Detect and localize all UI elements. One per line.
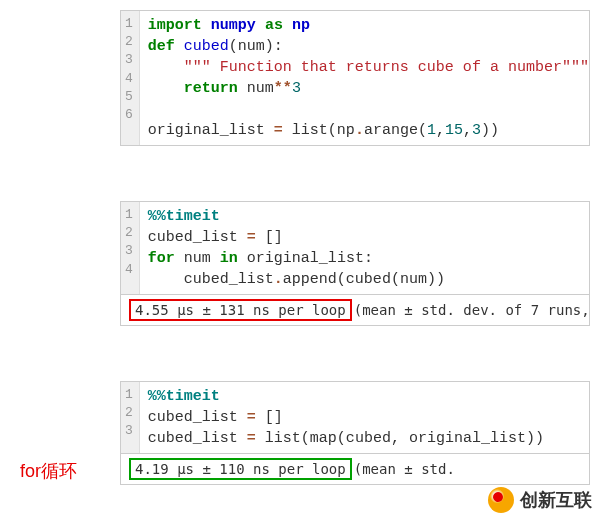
line-number: 4	[125, 70, 133, 88]
code-block-for: 1 2 3 4 %%timeit cubed_list = [] for num…	[120, 201, 590, 295]
kw-def: def	[148, 38, 175, 55]
num-3b: 3	[472, 122, 481, 139]
magic-timeit: %%timeit	[148, 388, 220, 405]
var-cubedlist: cubed_list	[148, 229, 247, 246]
timing-rest-for: (mean ± std. dev. of 7 runs,	[354, 302, 590, 318]
gutter: 1 2 3	[121, 382, 140, 453]
var-num: num	[238, 80, 274, 97]
code-block-map: 1 2 3 %%timeit cubed_list = [] cubed_lis…	[120, 381, 590, 454]
num-3: 3	[292, 80, 301, 97]
op-dot: .	[355, 122, 364, 139]
code-block-setup: 1 2 3 4 5 6 import numpy as np def cubed…	[120, 10, 590, 146]
line-number: 1	[125, 386, 133, 404]
timing-rest-map: (mean ± std.	[354, 461, 455, 477]
kw-for: for	[148, 250, 175, 267]
watermark-text: 创新互联	[520, 488, 592, 495]
line-number: 2	[125, 33, 133, 51]
fn-cubed: cubed	[184, 38, 229, 55]
num-1: 1	[427, 122, 436, 139]
var-original-list: original_list	[148, 122, 274, 139]
magic-timeit: %%timeit	[148, 208, 220, 225]
alias-np: np	[292, 17, 310, 34]
var-cubedlist: cubed_list	[148, 409, 247, 426]
code-content: %%timeit cubed_list = [] cubed_list = li…	[140, 382, 552, 453]
line-number: 4	[125, 261, 133, 279]
op-power: **	[274, 80, 292, 97]
timing-result-for: 4.55 µs ± 131 ns per loop (mean ± std. d…	[120, 295, 590, 326]
watermark-icon	[488, 487, 514, 495]
line-number: 1	[125, 206, 133, 224]
line-number: 2	[125, 224, 133, 242]
label-for-loop: for循环	[20, 459, 77, 483]
fn-arange: arange(	[364, 122, 427, 139]
kw-import: import	[148, 17, 202, 34]
line-number: 6	[125, 106, 133, 124]
num-15: 15	[445, 122, 463, 139]
line-number: 5	[125, 88, 133, 106]
line-number: 2	[125, 404, 133, 422]
params: (num):	[229, 38, 283, 55]
kw-in: in	[220, 250, 238, 267]
watermark: 创新互联	[488, 487, 592, 495]
timing-boxed-for: 4.55 µs ± 131 ns per loop	[129, 299, 352, 321]
line-number: 3	[125, 242, 133, 260]
gutter: 1 2 3 4 5 6	[121, 11, 140, 145]
op-eq: =	[274, 122, 283, 139]
module-numpy: numpy	[211, 17, 256, 34]
kw-as: as	[265, 17, 283, 34]
line-number: 3	[125, 422, 133, 440]
gutter: 1 2 3 4	[121, 202, 140, 294]
expr-list-np: list(np	[283, 122, 355, 139]
line-number: 3	[125, 51, 133, 69]
code-content: import numpy as np def cubed(num): """ F…	[140, 11, 589, 145]
timing-result-map: 4.19 µs ± 110 ns per loop (mean ± std.	[120, 454, 590, 485]
docstring: """ Function that returns cube of a numb…	[184, 59, 589, 76]
line-number: 1	[125, 15, 133, 33]
kw-return: return	[184, 80, 238, 97]
timing-boxed-map: 4.19 µs ± 110 ns per loop	[129, 458, 352, 480]
code-content: %%timeit cubed_list = [] for num in orig…	[140, 202, 453, 294]
var-cubedlist: cubed_list	[148, 430, 247, 447]
